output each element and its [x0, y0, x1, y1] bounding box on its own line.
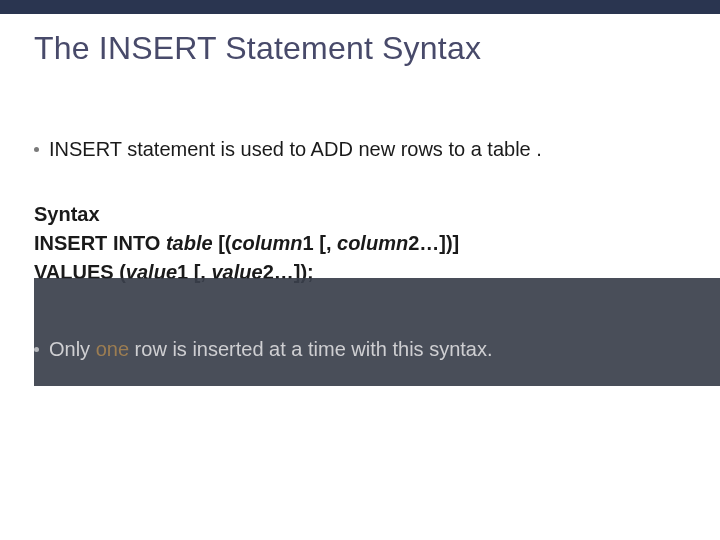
note-rest: row is inserted at a time with this synt…: [129, 338, 492, 360]
note-keyword: one: [96, 338, 129, 360]
bullet-intro-text: INSERT statement is used to ADD new rows…: [49, 136, 542, 163]
sx1-f: column: [337, 232, 408, 254]
intro-rest: is used to ADD new rows to a table .: [215, 138, 542, 160]
sx1-d: column: [231, 232, 302, 254]
bullet-note: Only one row is inserted at a time with …: [34, 338, 493, 361]
sx1-g: 2…])]: [408, 232, 459, 254]
slide: The INSERT Statement Syntax INSERT state…: [0, 0, 720, 540]
note-prefix: Only: [49, 338, 96, 360]
syntax-line-1: INSERT INTO table [(column1 [, column2…]…: [34, 230, 686, 257]
bullet-dot-icon: [34, 147, 39, 152]
syntax-block: Syntax INSERT INTO table [(column1 [, co…: [34, 201, 686, 286]
intro-keyword: INSERT statement: [49, 138, 215, 160]
syntax-heading: Syntax: [34, 201, 686, 228]
sx1-b: table: [166, 232, 218, 254]
dark-overlay-strip: [34, 278, 720, 386]
top-decor-bar: [0, 0, 720, 14]
sx1-c: [(: [218, 232, 231, 254]
sx1-e: 1 [,: [303, 232, 337, 254]
bullet-intro: INSERT statement is used to ADD new rows…: [34, 136, 686, 163]
slide-title: The INSERT Statement Syntax: [34, 30, 481, 67]
bullet-dot-icon: [34, 347, 39, 352]
sx1-a: INSERT INTO: [34, 232, 166, 254]
bullet-note-text: Only one row is inserted at a time with …: [49, 338, 493, 361]
